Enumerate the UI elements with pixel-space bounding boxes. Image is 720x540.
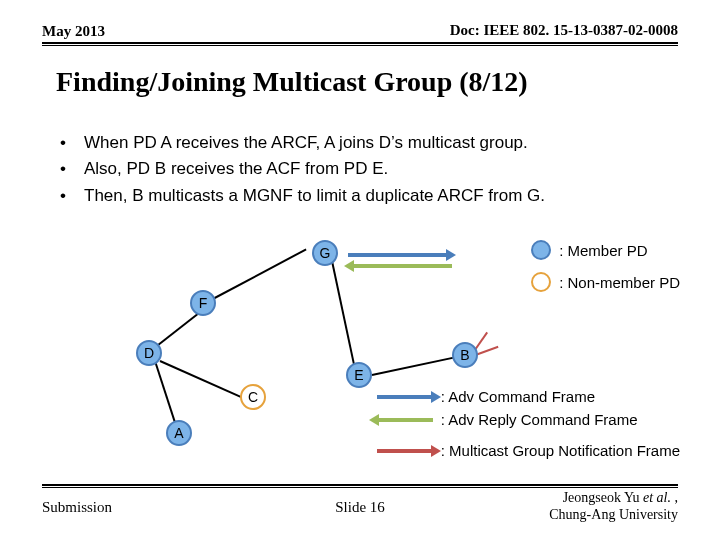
legend-member: : Member PD (531, 240, 680, 260)
edge-f-d (152, 310, 202, 350)
bullet-item: •Also, PD B receives the ACF from PD E. (60, 156, 674, 182)
node-d: D (136, 340, 162, 366)
node-f: F (190, 290, 216, 316)
legend-text: : Adv Reply Command Frame (441, 411, 638, 428)
node-label: A (174, 425, 183, 441)
node-label: E (354, 367, 363, 383)
nonmember-swatch-icon (531, 272, 551, 292)
node-label: F (199, 295, 208, 311)
legend-text: : Member PD (559, 242, 647, 259)
header-date: May 2013 (42, 23, 105, 39)
bullet-item: •Then, B multicasts a MGNF to limit a du… (60, 183, 674, 209)
edge-d-c (160, 360, 245, 399)
node-label: C (248, 389, 258, 405)
adv-reply-arrow-icon (377, 418, 433, 422)
legend-text: : Multicast Group Notification Frame (441, 442, 680, 459)
mgnf-arrow-icon (377, 449, 433, 453)
node-c: C (240, 384, 266, 410)
legend-mgnf: : Multicast Group Notification Frame (377, 442, 680, 459)
adv-cmd-arrow-icon (377, 395, 433, 399)
legend-arrows: : Adv Command Frame : Adv Reply Command … (377, 388, 680, 465)
node-e: E (346, 362, 372, 388)
legend-adv-cmd: : Adv Command Frame (377, 388, 680, 405)
edge-e-b (372, 355, 462, 376)
arrow-adv-reply (352, 264, 452, 268)
legend: : Member PD : Non-member PD (531, 240, 680, 298)
legend-text: : Non-member PD (559, 274, 680, 291)
node-b: B (452, 342, 478, 368)
header: May 2013 Doc: IEEE 802. 15-13-0387-02-00… (42, 22, 678, 40)
header-doc-id: Doc: IEEE 802. 15-13-0387-02-0008 (450, 22, 678, 39)
footer-author: Jeongseok Yu et al. , Chung-Ang Universi… (549, 490, 678, 524)
node-label: B (460, 347, 469, 363)
bullet-text: When PD A receives the ARCF, A joins D’s… (84, 130, 528, 156)
node-label: G (320, 245, 331, 261)
edge-g-e (331, 261, 358, 379)
node-g: G (312, 240, 338, 266)
bullet-text: Then, B multicasts a MGNF to limit a dup… (84, 183, 545, 209)
bullet-text: Also, PD B receives the ACF from PD E. (84, 156, 388, 182)
footer-rule (42, 487, 678, 488)
node-label: D (144, 345, 154, 361)
legend-text: : Adv Command Frame (441, 388, 595, 405)
footer-etal: et al. (643, 490, 671, 505)
legend-adv-reply: : Adv Reply Command Frame (377, 411, 680, 428)
header-rule (42, 42, 678, 44)
slide: May 2013 Doc: IEEE 802. 15-13-0387-02-00… (0, 0, 720, 540)
slide-title: Finding/Joining Multicast Group (8/12) (56, 66, 528, 98)
bullet-list: •When PD A receives the ARCF, A joins D’… (60, 130, 674, 209)
arrow-adv-cmd (348, 253, 448, 257)
footer-affiliation: Chung-Ang University (549, 507, 678, 522)
legend-nonmember: : Non-member PD (531, 272, 680, 292)
edge-g-f (209, 248, 307, 301)
diagram: G F D C E B A : Member PD : Non-m (0, 240, 720, 460)
node-a: A (166, 420, 192, 446)
member-swatch-icon (531, 240, 551, 260)
bullet-item: •When PD A receives the ARCF, A joins D’… (60, 130, 674, 156)
